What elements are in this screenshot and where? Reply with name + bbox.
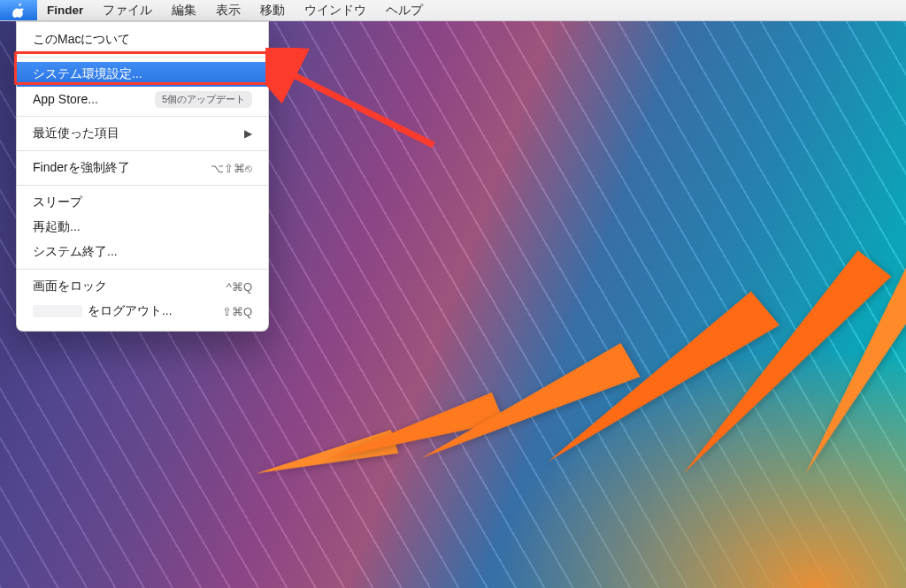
menu-app-store[interactable]: App Store... 5個のアップデート: [17, 87, 268, 111]
menu-lock-screen[interactable]: 画面をロック ^⌘Q: [17, 274, 268, 299]
update-count-badge: 5個のアップデート: [155, 91, 252, 108]
apple-menu-button[interactable]: [0, 0, 37, 20]
submenu-arrow-icon: ▶: [234, 127, 252, 140]
menu-shortcut: ^⌘Q: [226, 280, 252, 294]
menu-label: システム終了...: [33, 244, 252, 260]
menu-log-out[interactable]: をログアウト... ⇧⌘Q: [17, 299, 268, 324]
menu-separator: [17, 269, 268, 270]
menu-label: システム環境設定...: [33, 66, 252, 82]
apple-logo-icon: [12, 4, 25, 18]
menu-sleep[interactable]: スリープ: [17, 190, 268, 215]
redacted-username: [33, 305, 82, 317]
menu-separator: [17, 185, 268, 186]
menu-force-quit[interactable]: Finderを強制終了 ⌥⇧⌘⎋: [17, 156, 268, 180]
menubar-item-go[interactable]: 移動: [250, 0, 295, 20]
menu-label: スリープ: [33, 195, 252, 210]
menu-label: このMacについて: [33, 32, 252, 48]
menu-separator: [17, 150, 268, 151]
menu-label: 最近使った項目: [33, 126, 234, 141]
menubar-app-name[interactable]: Finder: [37, 0, 93, 20]
menu-label: 再起動...: [33, 219, 252, 235]
menu-shortcut: ⇧⌘Q: [222, 305, 252, 318]
menubar-item-file[interactable]: ファイル: [93, 0, 162, 20]
menubar-item-edit[interactable]: 編集: [162, 0, 206, 20]
menu-restart[interactable]: 再起動...: [17, 215, 268, 240]
menubar-item-view[interactable]: 表示: [206, 0, 250, 20]
menu-label: をログアウト...: [33, 303, 222, 319]
menu-label: App Store...: [33, 92, 155, 106]
menu-separator: [17, 116, 268, 117]
menu-label: 画面をロック: [33, 279, 226, 294]
logout-suffix: をログアウト...: [84, 303, 173, 317]
menu-shortcut: ⌥⇧⌘⎋: [211, 162, 252, 175]
apple-menu-dropdown: このMacについて システム環境設定... App Store... 5個のアッ…: [16, 21, 269, 332]
menu-separator: [17, 57, 268, 57]
menu-shutdown[interactable]: システム終了...: [17, 240, 268, 264]
menu-recent-items[interactable]: 最近使った項目 ▶: [17, 121, 268, 146]
menubar: Finder ファイル 編集 表示 移動 ウインドウ ヘルプ: [0, 0, 906, 21]
wallpaper-spikes: [319, 416, 906, 588]
menu-about-this-mac[interactable]: このMacについて: [17, 27, 268, 52]
menu-label: Finderを強制終了: [33, 160, 211, 176]
menubar-item-window[interactable]: ウインドウ: [295, 0, 376, 20]
menu-system-preferences[interactable]: システム環境設定...: [17, 62, 268, 87]
menubar-item-help[interactable]: ヘルプ: [376, 0, 433, 20]
